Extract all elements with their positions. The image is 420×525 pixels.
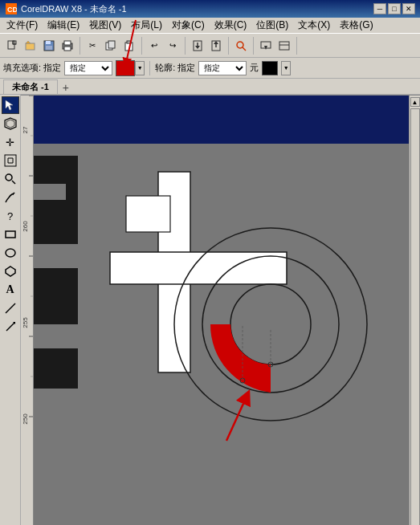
select-tool[interactable] xyxy=(2,96,19,114)
redo-button[interactable]: ↪ xyxy=(164,37,181,55)
black-shape-small xyxy=(34,348,78,389)
scroll-up-button[interactable]: ▲ xyxy=(410,97,420,107)
canvas-with-ruler: 200 95 190 185 180 xyxy=(21,95,420,525)
svg-text:255: 255 xyxy=(22,317,29,328)
undo-button[interactable]: ↩ xyxy=(145,37,163,55)
svg-line-25 xyxy=(243,47,246,51)
menu-table[interactable]: 表格(G) xyxy=(335,18,377,33)
maximize-button[interactable]: □ xyxy=(388,3,401,14)
toolbar-history-group: ↩ ↪ xyxy=(145,37,186,55)
svg-rect-12 xyxy=(64,41,71,45)
black-shape-bottom xyxy=(34,268,78,324)
menu-file[interactable]: 文件(F) xyxy=(2,18,43,33)
svg-rect-35 xyxy=(5,155,16,166)
canvas-content[interactable] xyxy=(34,96,409,525)
transform-tool[interactable]: ✛ xyxy=(2,133,19,151)
svg-text:250: 250 xyxy=(22,413,29,425)
svg-marker-23 xyxy=(214,41,218,44)
menu-text[interactable]: 文本(X) xyxy=(293,18,335,33)
outline-unit: 元 xyxy=(250,62,259,74)
minimize-button[interactable]: ─ xyxy=(373,3,386,14)
svg-point-24 xyxy=(237,42,243,48)
close-button[interactable]: ✕ xyxy=(402,3,415,14)
app-icon: CD xyxy=(5,2,18,15)
svg-line-38 xyxy=(12,181,15,184)
import-button[interactable] xyxy=(189,37,206,55)
svg-line-44 xyxy=(6,323,14,331)
new-button[interactable] xyxy=(3,37,21,55)
zoom-tool[interactable] xyxy=(2,170,19,188)
fill-color-swatch[interactable] xyxy=(116,60,135,76)
menu-bar: 文件(F) 编辑(E) 视图(V) 布局(L) 对象(C) 效果(C) 位图(B… xyxy=(0,18,420,34)
document-tab-1[interactable]: 未命名 -1 xyxy=(3,79,58,94)
window-title: CorelDRAW X8 - 未命名 -1 xyxy=(21,3,373,15)
svg-point-37 xyxy=(6,174,12,181)
toolbar-file-group xyxy=(3,37,80,55)
menu-layout[interactable]: 布局(L) xyxy=(126,18,167,33)
toolbar-options-group xyxy=(257,37,297,55)
black-shape-cut1 xyxy=(34,184,66,200)
zoom-selector[interactable] xyxy=(232,37,250,55)
outline-label: 轮廓: 指定 xyxy=(155,62,195,74)
shape-tool[interactable] xyxy=(2,152,19,169)
export-button[interactable] xyxy=(207,37,225,55)
svg-rect-15 xyxy=(108,41,115,48)
menu-object[interactable]: 对象(C) xyxy=(167,18,210,33)
paste-button[interactable] xyxy=(120,37,138,55)
tab-label: 未命名 -1 xyxy=(12,81,49,93)
svg-marker-7 xyxy=(26,41,31,43)
bottom-arrow xyxy=(226,397,247,441)
add-tab-button[interactable]: + xyxy=(59,81,72,94)
toolbar-zoom-group xyxy=(232,37,254,55)
text-tool[interactable]: A xyxy=(2,281,19,299)
props-divider xyxy=(149,61,150,75)
toolbar-edit-group: ✂ xyxy=(84,37,142,55)
fill-color-dropdown[interactable]: ▼ xyxy=(135,61,145,75)
bezier-tool[interactable]: ? xyxy=(2,207,19,225)
document-tabs: 未命名 -1 + xyxy=(0,79,420,95)
polygon-tool[interactable] xyxy=(2,262,19,280)
svg-rect-13 xyxy=(64,47,71,51)
svg-rect-40 xyxy=(6,231,15,238)
measure-tool[interactable] xyxy=(2,318,19,336)
standard-toolbar: ✂ ↩ ↪ xyxy=(0,34,420,58)
svg-rect-28 xyxy=(279,42,289,50)
options-button[interactable] xyxy=(275,37,293,55)
title-bar: CD CorelDRAW X8 - 未命名 -1 ─ □ ✕ xyxy=(0,0,420,18)
menu-bitmap[interactable]: 位图(B) xyxy=(251,18,293,33)
save-button[interactable] xyxy=(40,37,58,55)
menu-effects[interactable]: 效果(C) xyxy=(210,18,252,33)
outline-color-dropdown[interactable]: ▼ xyxy=(281,61,291,75)
svg-marker-34 xyxy=(6,120,14,128)
menu-view[interactable]: 视图(V) xyxy=(84,18,126,33)
svg-rect-10 xyxy=(46,46,52,50)
svg-marker-42 xyxy=(6,267,15,276)
fill-select[interactable]: 指定 xyxy=(64,61,112,75)
ellipse-tool[interactable] xyxy=(2,244,19,262)
outline-color-swatch[interactable] xyxy=(262,61,278,75)
down-arrow-button[interactable] xyxy=(257,37,275,55)
cut-button[interactable]: ✂ xyxy=(84,37,101,55)
copy-button[interactable] xyxy=(102,37,120,55)
freehand-tool[interactable] xyxy=(2,189,19,206)
small-rect-topleft xyxy=(126,196,170,232)
svg-text:CD: CD xyxy=(7,6,17,14)
fill-label: 填充选项: 指定 xyxy=(3,62,61,74)
svg-rect-9 xyxy=(46,41,51,44)
scroll-thumb-v[interactable] xyxy=(410,108,420,525)
connector-tool[interactable] xyxy=(2,299,19,317)
left-toolbar: ✛ ? xyxy=(0,95,21,525)
outline-select[interactable]: 指定 xyxy=(198,61,247,75)
open-button[interactable] xyxy=(22,37,39,55)
svg-text:260: 260 xyxy=(22,221,29,232)
rect-tool[interactable] xyxy=(2,226,19,243)
svg-rect-17 xyxy=(127,41,131,43)
svg-line-43 xyxy=(6,303,15,313)
svg-text:27: 27 xyxy=(22,126,29,133)
node-tool[interactable] xyxy=(2,115,19,132)
svg-rect-6 xyxy=(26,43,35,50)
menu-edit[interactable]: 编辑(E) xyxy=(43,18,84,33)
black-shape-cut2 xyxy=(34,256,66,268)
scrollbar-vertical[interactable]: ▲ ▼ xyxy=(409,96,420,525)
print-button[interactable] xyxy=(59,37,76,55)
